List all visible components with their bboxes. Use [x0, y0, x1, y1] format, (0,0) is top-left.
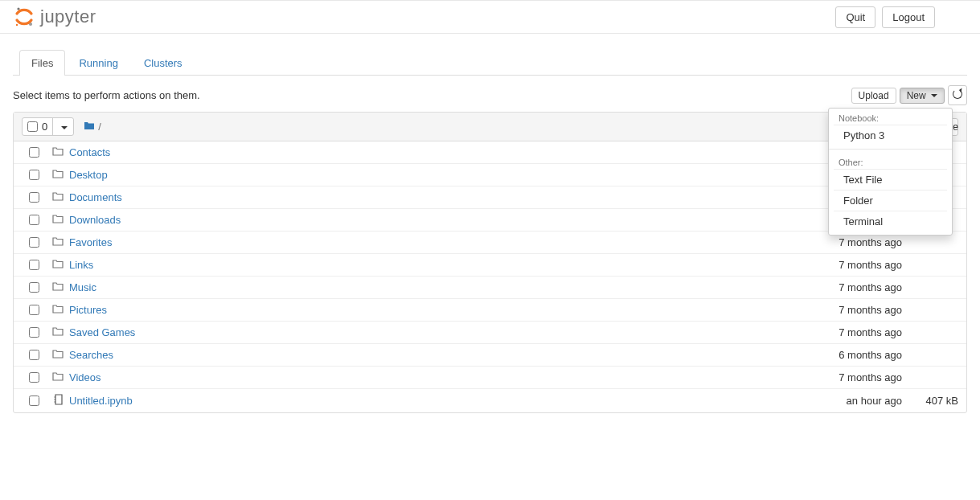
folder-icon[interactable] [84, 121, 95, 133]
file-row: Downloads [14, 209, 966, 232]
file-modified: 6 months ago [753, 349, 902, 361]
file-link[interactable]: Untitled.ipynb [69, 395, 133, 407]
select-all-group: 0 [22, 117, 74, 136]
dropdown-item-python3[interactable]: Python 3 [834, 125, 947, 145]
file-checkbox[interactable] [29, 395, 39, 406]
file-checkbox[interactable] [29, 305, 39, 315]
folder-icon [52, 191, 64, 203]
folder-icon [52, 259, 64, 271]
select-all-checkbox[interactable] [27, 121, 38, 132]
select-all-dropdown[interactable] [53, 118, 73, 135]
file-row: Untitled.ipynban hour ago407 kB [14, 389, 966, 412]
dropdown-item-textfile[interactable]: Text File [834, 169, 947, 190]
folder-icon [52, 304, 64, 316]
file-checkbox[interactable] [29, 170, 39, 180]
tab-running[interactable]: Running [67, 50, 129, 76]
folder-icon [52, 236, 64, 248]
file-row: Favorites7 months ago [14, 232, 966, 254]
folder-icon [52, 326, 64, 338]
toolbar-row: Select items to perform actions on them.… [13, 76, 967, 112]
file-row: Documents [14, 186, 966, 209]
file-row: Saved Games7 months ago [14, 322, 966, 344]
tabs: Files Running Clusters [13, 50, 967, 76]
quit-button[interactable]: Quit [835, 6, 875, 28]
breadcrumb: / [84, 121, 101, 133]
file-checkbox[interactable] [29, 350, 39, 360]
new-button-label: New [907, 90, 926, 101]
dropdown-header-other: Other: [829, 153, 952, 169]
file-modified: 7 months ago [753, 236, 902, 248]
file-link[interactable]: Contacts [69, 146, 110, 158]
upload-button[interactable]: Upload [851, 88, 896, 104]
dropdown-header-notebook: Notebook: [829, 109, 952, 125]
dropdown-item-folder[interactable]: Folder [834, 190, 947, 211]
file-row: Videos7 months ago [14, 367, 966, 389]
file-modified: 7 months ago [753, 281, 902, 293]
file-modified: 7 months ago [753, 259, 902, 271]
file-link[interactable]: Favorites [69, 236, 112, 248]
file-modified: 7 months ago [753, 371, 902, 383]
header-buttons: Quit Logout [835, 6, 967, 28]
action-hint: Select items to perform actions on them. [13, 89, 200, 101]
breadcrumb-root[interactable]: / [98, 121, 101, 133]
file-row: Music7 months ago [14, 277, 966, 299]
refresh-button[interactable] [948, 85, 967, 105]
jupyter-logo-text: jupyter [40, 6, 96, 27]
file-row: Desktop [14, 164, 966, 186]
file-checkbox[interactable] [29, 237, 39, 248]
file-row: Pictures7 months ago [14, 299, 966, 322]
tab-files[interactable]: Files [19, 50, 65, 76]
tab-clusters[interactable]: Clusters [132, 50, 195, 76]
file-list: 0 / Name te ContactsDesktopDocumentsDown… [13, 112, 967, 413]
folder-icon [52, 214, 64, 226]
file-checkbox[interactable] [29, 215, 39, 225]
list-header: 0 / Name te [14, 113, 966, 141]
file-checkbox[interactable] [29, 260, 39, 270]
file-link[interactable]: Searches [69, 349, 113, 361]
file-modified: 7 months ago [753, 304, 902, 316]
jupyter-logo-icon [13, 6, 35, 28]
file-link[interactable]: Videos [69, 371, 101, 383]
file-modified: an hour ago [753, 395, 902, 407]
folder-icon [52, 146, 64, 158]
svg-point-2 [16, 24, 18, 26]
dropdown-item-terminal[interactable]: Terminal [834, 211, 947, 232]
jupyter-logo[interactable]: jupyter [13, 6, 96, 28]
refresh-icon [953, 89, 962, 99]
folder-icon [52, 371, 64, 383]
file-row: Contacts [14, 141, 966, 164]
file-checkbox[interactable] [29, 327, 39, 338]
file-checkbox[interactable] [29, 147, 39, 158]
toolbar-buttons: Upload New Notebook: Python 3 Other: Tex… [851, 85, 967, 105]
folder-icon [52, 281, 64, 293]
file-link[interactable]: Saved Games [69, 326, 135, 338]
logout-button[interactable]: Logout [882, 6, 935, 28]
file-link[interactable]: Links [69, 259, 93, 271]
file-row: Searches6 months ago [14, 344, 966, 367]
file-link[interactable]: Music [69, 281, 96, 293]
file-modified: 7 months ago [753, 326, 902, 338]
file-checkbox[interactable] [29, 282, 39, 293]
new-dropdown-menu: Notebook: Python 3 Other: Text File Fold… [828, 108, 953, 236]
file-link[interactable]: Documents [69, 191, 122, 203]
caret-down-icon [61, 126, 68, 129]
file-size: 407 kB [902, 395, 958, 407]
header-bar: jupyter Quit Logout [0, 0, 980, 34]
caret-down-icon [931, 94, 937, 97]
new-button[interactable]: New [900, 88, 945, 104]
file-link[interactable]: Desktop [69, 169, 108, 181]
file-link[interactable]: Pictures [69, 304, 107, 316]
select-count: 0 [42, 121, 47, 133]
select-all-left: 0 [23, 118, 53, 135]
notebook-icon [52, 394, 64, 408]
folder-icon [52, 169, 64, 181]
file-checkbox[interactable] [29, 372, 39, 383]
file-checkbox[interactable] [29, 192, 39, 203]
file-link[interactable]: Downloads [69, 214, 121, 226]
folder-icon [52, 349, 64, 361]
file-row: Links7 months ago [14, 254, 966, 277]
